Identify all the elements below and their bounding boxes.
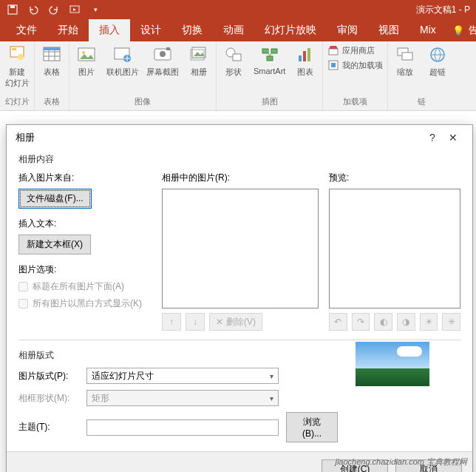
svg-rect-33 <box>402 53 412 60</box>
brightness-up-icon: ☀ <box>425 317 433 327</box>
group-label-images: 图像 <box>135 95 151 110</box>
tab-file[interactable]: 文件 <box>6 19 47 41</box>
dialog-title: 相册 <box>16 131 35 144</box>
dialog-close-button[interactable]: ✕ <box>443 132 463 144</box>
smartart-button[interactable]: SmartArt <box>254 44 285 75</box>
svg-rect-18 <box>166 47 170 50</box>
start-from-beginning-icon[interactable] <box>69 4 80 15</box>
picture-layout-label: 图片版式(P): <box>18 370 79 382</box>
album-button[interactable]: 相册 <box>186 44 211 78</box>
zoom-icon <box>395 44 415 65</box>
svg-rect-28 <box>307 48 310 61</box>
brightness-up-button[interactable]: ☀ <box>420 313 438 331</box>
frame-shape-label: 相框形状(M): <box>18 392 79 405</box>
caption-below-input[interactable] <box>18 282 28 291</box>
chart-button[interactable]: 图表 <box>293 44 318 78</box>
rotate-right-button[interactable]: ↷ <box>352 313 370 331</box>
document-title: 演示文稿1 - P <box>416 4 476 16</box>
online-picture-button[interactable]: 联机图片 <box>106 44 139 78</box>
group-label-tables: 表格 <box>44 95 60 110</box>
tab-insert[interactable]: 插入 <box>89 19 130 41</box>
table-button[interactable]: 表格 <box>39 44 64 78</box>
online-picture-label: 联机图片 <box>106 67 139 78</box>
addins-icon <box>327 59 339 71</box>
table-label: 表格 <box>44 67 60 78</box>
quick-access-toolbar: ▾ <box>0 4 101 15</box>
store-button[interactable]: 应用商店 <box>327 44 383 56</box>
album-icon <box>188 44 209 65</box>
rotate-left-button[interactable]: ↶ <box>329 313 347 331</box>
caption-below-checkbox[interactable]: 标题在所有图片下面(A) <box>18 280 152 293</box>
undo-icon[interactable] <box>28 4 38 15</box>
svg-point-5 <box>18 54 24 60</box>
dialog-titlebar: 相册 ? ✕ <box>7 125 472 150</box>
svg-rect-25 <box>267 56 273 61</box>
tab-transitions[interactable]: 切换 <box>171 19 213 41</box>
tab-slideshow[interactable]: 幻灯片放映 <box>254 19 327 41</box>
zoom-button[interactable]: 缩放 <box>392 44 418 78</box>
dialog-help-button[interactable]: ? <box>422 132 443 144</box>
preview-box <box>329 189 460 309</box>
rotate-right-icon: ↷ <box>357 317 364 327</box>
tell-me-search[interactable]: 💡 告诉我你 <box>452 19 476 41</box>
browse-button[interactable]: 浏览(B)... <box>286 412 338 442</box>
screenshot-button[interactable]: 屏幕截图 <box>146 44 179 78</box>
bw-display-label: 所有图片以黑白方式显示(K) <box>33 297 142 310</box>
bw-display-input[interactable] <box>18 299 28 309</box>
svg-rect-1 <box>10 5 15 8</box>
caption-below-label: 标题在所有图片下面(A) <box>33 280 124 293</box>
pictures-listbox[interactable] <box>162 189 319 309</box>
ribbon-group-links: 缩放 超链 链 <box>388 41 455 110</box>
hyperlink-button[interactable]: 超链 <box>425 44 450 78</box>
picture-layout-combo[interactable]: 适应幻灯片尺寸 <box>86 368 279 384</box>
album-label: 相册 <box>191 67 207 78</box>
insert-from-label: 插入图片来自: <box>18 172 152 184</box>
preview-label: 预览: <box>329 172 460 184</box>
contrast-down-button[interactable]: ◑ <box>397 313 415 331</box>
shapes-label: 形状 <box>225 67 242 78</box>
lightbulb-icon: 💡 <box>452 25 464 36</box>
ribbon: 新建 幻灯片 幻灯片 表格 表格 图片 联机图片 屏幕截图 <box>0 41 476 111</box>
picture-button[interactable]: 图片 <box>74 44 99 78</box>
new-textbox-button[interactable]: 新建文本框(X) <box>18 235 91 254</box>
remove-button[interactable]: ✕ 删除(V) <box>209 313 262 331</box>
smartart-label: SmartArt <box>254 67 285 75</box>
photo-album-dialog: 相册 ? ✕ 相册内容 插入图片来自: 文件/磁盘(F)... 插入文本: 新建… <box>6 124 473 472</box>
arrow-up-icon: ↑ <box>169 317 174 327</box>
my-addins-button[interactable]: 我的加载项 <box>327 59 383 71</box>
ribbon-tabs: 文件 开始 插入 设计 切换 动画 幻灯片放映 审阅 视图 Mix 💡 告诉我你 <box>0 19 476 41</box>
ribbon-group-addins: 应用商店 我的加载项 加载项 <box>323 41 388 110</box>
redo-icon[interactable] <box>49 4 59 15</box>
svg-rect-26 <box>299 55 302 61</box>
insert-text-label: 插入文本: <box>18 218 152 230</box>
tab-review[interactable]: 审阅 <box>327 19 368 41</box>
album-content-label: 相册内容 <box>18 153 460 166</box>
move-down-button[interactable]: ↓ <box>186 313 205 331</box>
new-slide-button[interactable]: 新建 幻灯片 <box>4 44 30 89</box>
shapes-button[interactable]: 形状 <box>221 44 246 78</box>
picture-options-label: 图片选项: <box>18 263 152 276</box>
tab-design[interactable]: 设计 <box>130 19 171 41</box>
hyperlink-icon <box>427 44 448 65</box>
smartart-icon <box>259 44 280 65</box>
frame-shape-combo[interactable]: 矩形 <box>86 390 279 406</box>
tab-mix[interactable]: Mix <box>409 19 446 41</box>
file-disk-button[interactable]: 文件/磁盘(F)... <box>18 189 92 209</box>
move-up-button[interactable]: ↑ <box>162 313 181 331</box>
contrast-up-button[interactable]: ◐ <box>374 313 392 331</box>
store-label: 应用商店 <box>342 45 375 56</box>
tab-home[interactable]: 开始 <box>47 19 89 41</box>
layout-thumbnail <box>356 342 429 386</box>
tab-view[interactable]: 视图 <box>368 19 409 41</box>
brightness-down-button[interactable]: ✳ <box>442 313 460 331</box>
theme-textbox[interactable] <box>86 419 279 436</box>
ribbon-group-tables: 表格 表格 <box>35 41 69 110</box>
tab-animations[interactable]: 动画 <box>213 19 254 41</box>
save-icon[interactable] <box>7 4 18 15</box>
svg-rect-23 <box>262 49 268 53</box>
contrast-down-icon: ◑ <box>402 317 409 327</box>
online-picture-icon <box>112 44 133 65</box>
qat-dropdown-icon[interactable]: ▾ <box>90 4 101 15</box>
svg-rect-27 <box>303 51 306 61</box>
bw-display-checkbox[interactable]: 所有图片以黑白方式显示(K) <box>18 297 152 310</box>
